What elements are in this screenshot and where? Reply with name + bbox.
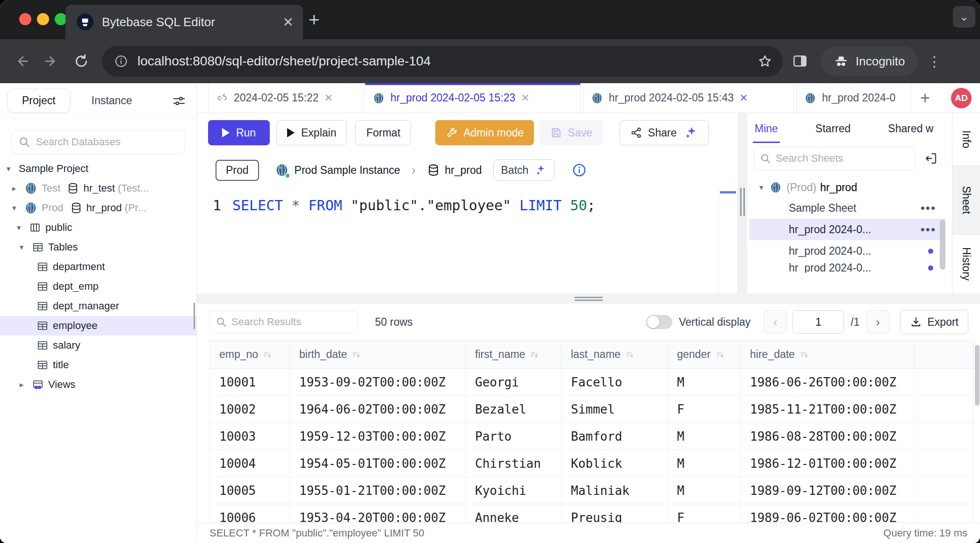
sheet-item-3[interactable]: hr_prod 2024-0... (749, 240, 945, 262)
tab-project[interactable]: Project (7, 89, 70, 113)
database-search-input[interactable]: Search Databases (11, 130, 185, 154)
cell[interactable]: Georgi (466, 369, 562, 396)
new-sheet-button[interactable]: + (920, 88, 930, 108)
sort-icon[interactable] (530, 350, 539, 359)
bookmark-star-icon[interactable] (757, 54, 772, 69)
close-icon[interactable]: ✕ (739, 92, 748, 104)
cell[interactable]: 1959-12-03T00:00:00Z (290, 423, 466, 450)
filter-settings-icon[interactable] (172, 94, 186, 108)
sql-editor[interactable]: 1 SELECT * FROM "public"."employee" LIMI… (197, 188, 738, 293)
editor-tab-2[interactable]: hr_prod 2024-02-05 15:23 ✕ (365, 83, 581, 113)
tab-instance[interactable]: Instance (92, 94, 132, 107)
column-header-emp-no[interactable]: emp_no (210, 341, 290, 369)
cell[interactable]: 1986-12-01T00:00:00Z (741, 450, 915, 477)
caret-down-icon[interactable]: ▾ (17, 223, 29, 233)
side-tab-sheet[interactable]: Sheet (952, 166, 980, 235)
cell[interactable]: F (668, 396, 741, 423)
cell[interactable]: M (668, 369, 741, 396)
cell[interactable]: 10002 (210, 396, 290, 423)
editor-tab-3[interactable]: hr_prod 2024-02-05 15:43 ✕ (583, 83, 794, 113)
tree-item-table-title[interactable]: title (0, 355, 196, 375)
browser-tab[interactable]: Bytebase SQL Editor ✕ (65, 5, 303, 39)
results-search-input[interactable]: Search Results (209, 311, 358, 333)
cell[interactable]: 1964-06-02T00:00:00Z (290, 396, 466, 423)
column-header-last-name[interactable]: last_name (562, 341, 668, 369)
tree-item-table-dept-manager[interactable]: dept_manager (0, 296, 196, 316)
cell[interactable]: M (668, 450, 741, 477)
grid-scrollbar[interactable] (973, 340, 980, 522)
sort-icon[interactable] (263, 350, 272, 359)
share-button[interactable]: Share (620, 120, 709, 145)
tree-item-hr-prod[interactable]: ▾ Prod hr_prod (Pr... (0, 198, 196, 218)
cell[interactable]: 1955-01-21T00:00:00Z (290, 477, 466, 504)
tree-item-tables-group[interactable]: ▾ Tables (0, 237, 196, 257)
next-page-button[interactable]: › (866, 310, 890, 334)
cell[interactable]: Facello (562, 369, 668, 396)
close-icon[interactable]: ✕ (324, 92, 333, 104)
cell[interactable]: 10006 (210, 504, 290, 523)
side-tab-history[interactable]: History (952, 235, 980, 293)
cell[interactable]: Preusig (562, 504, 668, 523)
macos-minimize-button[interactable] (37, 13, 49, 25)
editor-tab-4[interactable]: hr_prod 2024-0 (796, 83, 911, 113)
sheet-item-4[interactable]: hr_prod 2024-0... (749, 262, 945, 273)
tree-item-table-department[interactable]: department (0, 257, 196, 277)
caret-down-icon[interactable]: ▾ (20, 243, 32, 252)
tree-item-table-salary[interactable]: salary (0, 336, 196, 355)
cell[interactable]: M (668, 477, 741, 504)
browser-tab-close-icon[interactable]: ✕ (283, 14, 294, 30)
cell[interactable]: 1989-09-12T00:00:00Z (741, 477, 915, 504)
sheets-search-input[interactable]: Search Sheets (754, 147, 915, 170)
caret-down-icon[interactable]: ▾ (7, 164, 19, 174)
address-bar[interactable]: localhost:8080/sql-editor/sheet/project-… (102, 46, 783, 77)
prev-page-button[interactable]: ‹ (764, 310, 787, 334)
tab-search-chevron-icon[interactable]: ⌄ (953, 6, 975, 28)
cell[interactable]: 1989-06-02T00:00:00Z (741, 504, 915, 523)
tree-item-table-employee[interactable]: employee (0, 316, 196, 336)
cell[interactable]: 1986-06-26T00:00:00Z (741, 369, 915, 396)
tree-item-project[interactable]: ▾ Sample Project (0, 159, 196, 179)
user-avatar[interactable]: AD (951, 88, 972, 108)
caret-right-icon[interactable]: ▸ (20, 380, 32, 390)
cell[interactable]: 10003 (210, 423, 290, 450)
tree-item-views-group[interactable]: ▸ Views (0, 375, 196, 394)
collapse-panel-icon[interactable] (924, 151, 938, 165)
cell[interactable]: 10001 (210, 369, 290, 396)
grid-scrollbar-thumb[interactable] (975, 345, 980, 406)
caret-down-icon[interactable]: ▾ (759, 183, 770, 193)
cell[interactable]: Bezalel (466, 396, 562, 423)
explain-button[interactable]: Explain (276, 120, 347, 145)
sheet-item-sample[interactable]: Sample Sheet ••• (749, 197, 945, 219)
sort-icon[interactable] (800, 350, 809, 359)
new-tab-button[interactable]: + (309, 10, 319, 29)
macos-close-button[interactable] (19, 13, 31, 25)
cell[interactable]: Simmel (562, 396, 668, 423)
caret-right-icon[interactable]: ▸ (12, 184, 24, 193)
batch-button[interactable]: Batch (493, 159, 555, 181)
column-header-gender[interactable]: gender (668, 341, 741, 369)
panel-resize-gutter[interactable] (738, 113, 747, 293)
vertical-resize-handle[interactable] (740, 188, 745, 216)
cell[interactable]: Maliniak (562, 477, 668, 504)
cell[interactable]: 1985-11-21T00:00:00Z (741, 396, 915, 423)
editor-tab-1[interactable]: 2024-02-05 15:22 ✕ (208, 83, 362, 113)
editor-minimap[interactable] (718, 188, 738, 293)
cell[interactable]: 1953-04-20T00:00:00Z (290, 504, 466, 523)
side-panel-icon[interactable] (792, 53, 809, 70)
cell[interactable]: Bamford (562, 423, 668, 450)
sheet-item-current[interactable]: hr_prod 2024-0... ••• (749, 219, 945, 240)
tree-item-table-dept-emp[interactable]: dept_emp (0, 277, 196, 296)
cell[interactable]: Chirstian (466, 450, 562, 477)
cell[interactable]: 10004 (210, 450, 290, 477)
url-text[interactable]: localhost:8080/sql-editor/sheet/project-… (137, 54, 757, 69)
cell[interactable]: Anneke (466, 504, 562, 523)
caret-down-icon[interactable]: ▾ (12, 203, 24, 213)
tree-item-hr-test[interactable]: ▸ Test hr_test (Test... (0, 179, 196, 198)
cell[interactable]: Kyoichi (466, 477, 562, 504)
side-tab-info[interactable]: Info (952, 113, 980, 166)
forward-icon[interactable] (43, 53, 60, 70)
tab-mine[interactable]: Mine (754, 114, 779, 143)
cell[interactable]: 1986-08-28T00:00:00Z (741, 423, 915, 450)
cell[interactable]: 1953-09-02T00:00:00Z (290, 369, 466, 396)
tree-item-schema-public[interactable]: ▾ public (0, 218, 196, 237)
